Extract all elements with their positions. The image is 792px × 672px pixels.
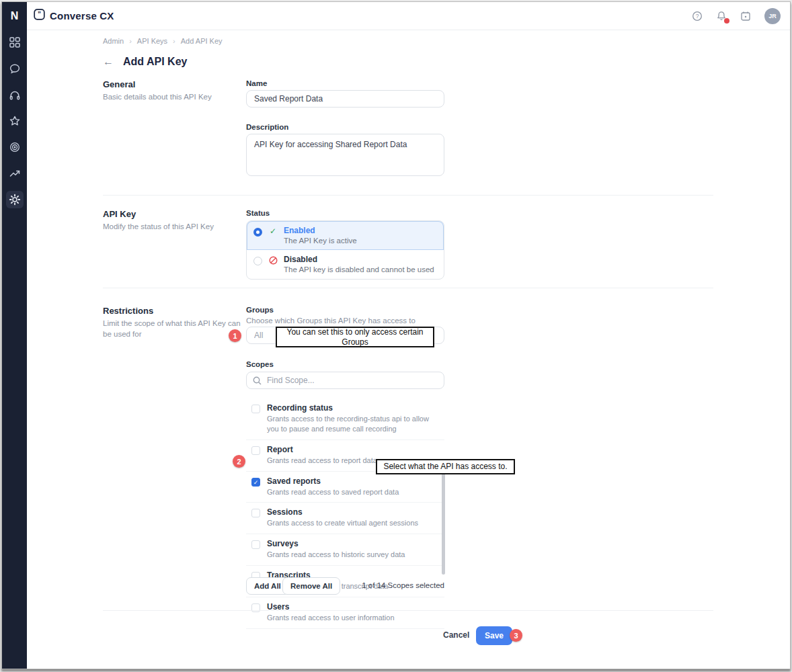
brand[interactable]: ” Converse CX [34, 9, 114, 23]
annotation-step-2: 2 [233, 455, 245, 468]
restrictions-section-subtitle: Limit the scope of what this API Key can… [103, 318, 245, 339]
status-option-label: Enabled [284, 226, 357, 235]
section-divider [103, 195, 713, 196]
brand-logo-icon: ” [34, 9, 45, 23]
sidebar-item-calls[interactable] [6, 86, 24, 103]
status-option-enabled[interactable]: ✓ Enabled The API Key is active [247, 221, 444, 250]
scope-list-scrollbar[interactable] [442, 472, 445, 575]
sidebar-logo[interactable]: N [11, 2, 19, 30]
scope-row[interactable]: UsersGrants read access to user informat… [246, 597, 444, 629]
name-label: Name [246, 79, 267, 87]
breadcrumb-add-api-key: Add API Key [181, 37, 223, 45]
breadcrumb-separator: › [129, 37, 132, 45]
status-option-disabled[interactable]: Disabled The API key is disabled and can… [247, 250, 444, 279]
sidebar-item-conversations[interactable] [6, 60, 24, 77]
top-header: ” Converse CX ? JR [27, 2, 790, 30]
help-icon[interactable]: ? [692, 11, 703, 22]
prohibit-icon [268, 255, 278, 267]
apps-grid-icon [9, 36, 21, 48]
headphones-icon [9, 89, 21, 101]
search-icon [253, 376, 262, 388]
svg-text:”: ” [38, 11, 41, 18]
description-label: Description [246, 123, 288, 131]
radio-selected-icon[interactable] [253, 228, 262, 237]
scope-title: Report [267, 445, 432, 454]
scope-row[interactable]: ✓Saved reportsGrants read access to save… [246, 472, 444, 503]
scope-checkbox[interactable] [251, 509, 260, 517]
scope-checkbox[interactable] [251, 446, 260, 455]
scope-description: Grants read access to saved report data [267, 487, 432, 497]
name-input[interactable] [246, 90, 444, 108]
scope-description: Grants read access to historic survey da… [267, 550, 432, 560]
scope-title: Sessions [267, 507, 432, 517]
sidebar-item-settings[interactable] [6, 191, 24, 208]
breadcrumb: Admin › API Keys › Add API Key [103, 37, 223, 45]
scope-description: Grants read access to user information [267, 613, 432, 623]
brand-name: Converse CX [50, 10, 114, 22]
remove-all-button[interactable]: Remove All [282, 577, 340, 595]
scope-row[interactable]: SurveysGrants read access to historic su… [246, 534, 444, 566]
breadcrumb-admin[interactable]: Admin [103, 37, 124, 45]
sidebar-item-goals[interactable] [6, 138, 24, 156]
scope-checkbox[interactable] [251, 405, 260, 413]
scope-description: Grants access to create virtual agent se… [267, 518, 432, 528]
sidebar-item-favorites[interactable] [6, 112, 24, 130]
general-section-subtitle: Basic details about this API Key [103, 91, 237, 102]
scope-title: Recording status [267, 403, 432, 413]
scope-search-input[interactable] [246, 372, 444, 389]
groups-hint: Choose which Groups this API Key has acc… [246, 317, 415, 325]
radio-unselected-icon[interactable] [253, 257, 262, 265]
chat-bubble-icon [9, 62, 21, 75]
groups-label: Groups [246, 306, 274, 314]
sidebar-item-dashboard[interactable] [6, 34, 24, 51]
restrictions-section-title: Restrictions [103, 306, 245, 316]
status-label: Status [246, 209, 270, 217]
notifications-bell-icon[interactable] [716, 11, 727, 22]
calendar-icon[interactable] [740, 11, 751, 22]
annotation-step-3: 3 [510, 629, 522, 642]
settings-gear-icon [9, 194, 21, 206]
status-option-label: Disabled [284, 255, 434, 264]
annotation-step-1: 1 [229, 329, 241, 342]
avatar[interactable]: JR [764, 8, 781, 24]
scopes-label: Scopes [246, 360, 274, 368]
cancel-button[interactable]: Cancel [443, 630, 469, 640]
back-arrow-icon[interactable]: ← [103, 56, 114, 67]
api-key-section-subtitle: Modify the status of this API Key [103, 221, 244, 232]
scope-checkbox[interactable]: ✓ [251, 478, 260, 487]
page-title: Add API Key [123, 56, 187, 68]
status-option-description: The API Key is active [284, 237, 357, 245]
annotation-callout-2: Select what the API has access to. [376, 459, 515, 474]
scope-row[interactable]: SessionsGrants access to create virtual … [246, 503, 444, 534]
check-icon: ✓ [268, 226, 278, 236]
breadcrumb-separator: › [173, 37, 175, 45]
sidebar: N [2, 2, 27, 669]
sidebar-item-analytics[interactable] [6, 165, 24, 182]
scopes-selected-summary: 1 of 14 Scopes selected [360, 581, 444, 589]
footer-divider [103, 610, 713, 611]
scope-search [246, 372, 444, 389]
scope-title: Saved reports [267, 476, 432, 486]
trending-up-icon [9, 167, 21, 179]
target-icon [9, 141, 21, 153]
description-input[interactable] [246, 134, 444, 176]
scope-title: Surveys [267, 539, 432, 548]
save-button[interactable]: Save [476, 626, 512, 645]
star-icon [9, 115, 21, 127]
scope-description: Grants access to the recording-status ap… [267, 414, 432, 434]
status-radio-group: ✓ Enabled The API Key is active Disabled… [246, 220, 444, 280]
notification-badge [724, 18, 729, 24]
section-divider [103, 288, 713, 288]
annotation-callout-1: You can set this to only access certain … [276, 327, 434, 347]
svg-text:?: ? [696, 13, 699, 19]
breadcrumb-api-keys[interactable]: API Keys [137, 37, 167, 45]
api-key-section-title: API Key [103, 209, 244, 219]
app-window: N ” [1, 1, 791, 669]
scope-checkbox[interactable] [251, 540, 260, 549]
status-option-description: The API key is disabled and cannot be us… [284, 265, 434, 274]
general-section-title: General [103, 79, 237, 89]
scope-row[interactable]: Recording statusGrants access to the rec… [246, 398, 444, 440]
